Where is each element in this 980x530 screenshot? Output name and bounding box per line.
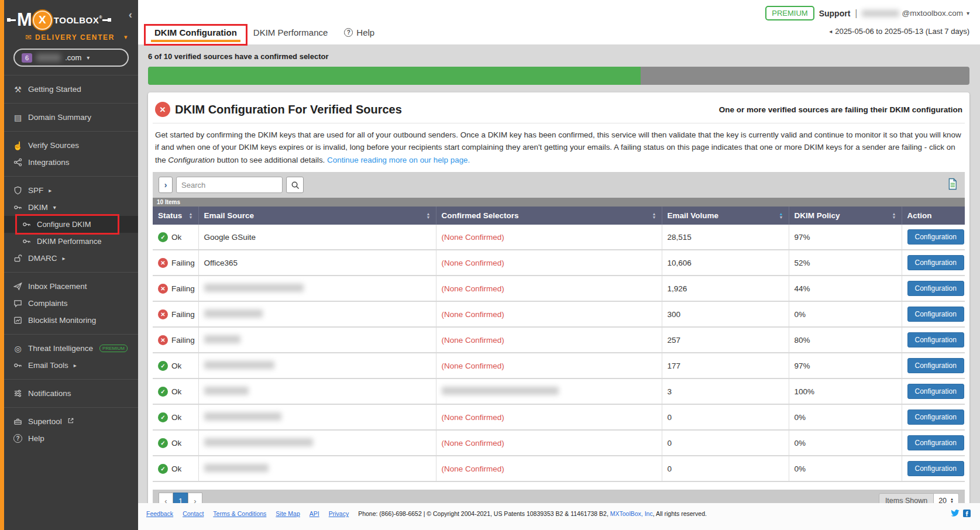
prev-page-button[interactable]: ‹ [159,493,173,503]
current-page-button[interactable]: 1 [173,493,188,503]
selector-summary: 6 of 10 verified sources have a confirme… [138,44,980,85]
sidebar-item-getting-started[interactable]: ⚒Getting Started [4,81,138,98]
status-icon: ✕ [158,309,168,319]
configuration-button[interactable]: Configuration [907,409,964,425]
panel-description: Get started by confirming the DKIM keys … [153,123,965,172]
action-cell: Configuration [902,250,965,276]
sidebar-item-verify-sources[interactable]: ☝Verify Sources [4,137,138,154]
configuration-button[interactable]: Configuration [907,307,964,322]
account-menu[interactable]: @mxtoolbox.com ▾ [862,9,969,18]
footer-link-site-map[interactable]: Site Map [276,510,300,517]
footer-link-contact[interactable]: Contact [183,510,204,517]
configuration-button[interactable]: Configuration [907,332,964,347]
status-cell: ✕Failing [153,276,198,301]
sidebar-section: Notifications [4,379,138,407]
date-back-icon[interactable]: ◂ [829,28,832,35]
sidebar-item-notifications[interactable]: Notifications [4,385,138,402]
export-csv-icon[interactable] [947,178,958,192]
sidebar-item-dkim-performance[interactable]: DKIM Performance [4,233,138,250]
help-page-link[interactable]: Continue reading more on our help page. [327,156,470,164]
confirmed-selectors-cell: (None Confirmed) [436,327,662,353]
sidebar-item-help[interactable]: ?Help [4,430,138,447]
date-range-picker[interactable]: ◂ 2025-05-06 to 2025-05-13 (Last 7 days) [765,27,969,36]
footer-link-feedback[interactable]: Feedback [146,510,173,517]
sidebar-item-configure-dkim[interactable]: Configure DKIM [4,216,138,233]
next-page-button[interactable]: › [188,493,202,503]
sidebar-item-label: Verify Sources [28,141,79,150]
tab-help[interactable]: ? Help [336,22,383,44]
confirmed-selectors-cell: (None Confirmed) [436,404,662,430]
sidebar-collapse-icon[interactable]: ‹ [129,8,132,21]
status-cell: ✕Failing [153,327,198,353]
confirmed-selectors-cell: (None Confirmed) [436,430,662,456]
email-volume-cell: 10,606 [662,250,789,276]
sidebar-item-spf[interactable]: SPF▸ [4,182,138,199]
sidebar-item-blocklist-monitoring[interactable]: Blocklist Monitoring [4,312,138,329]
search-input[interactable] [176,177,283,193]
tab-dkim-performance[interactable]: DKIM Performance [245,22,336,44]
premium-badge: PREMIUM [765,6,814,20]
sidebar-section: Inbox PlacementComplaintsBlocklist Monit… [4,272,138,334]
summary-text: 6 of 10 verified sources have a confirme… [148,52,969,61]
status-icon: ✕ [158,335,168,345]
twitter-icon[interactable] [951,509,960,519]
footer-link-terms-conditions[interactable]: Terms & Conditions [213,510,266,517]
sidebar-item-email-tools[interactable]: Email Tools▸ [4,357,138,374]
table-header-row: Status▲▼Email Source▲▼Confirmed Selector… [153,207,965,225]
expand-filters-button[interactable]: › [159,177,173,193]
configuration-button[interactable]: Configuration [907,281,964,296]
tab-dkim-configuration[interactable]: DKIM Configuration [146,22,245,44]
search-button[interactable] [286,177,304,193]
redacted-email-source [204,284,304,292]
facebook-icon[interactable] [963,509,971,519]
footer: FeedbackContactTerms & ConditionsSite Ma… [138,503,980,530]
footer-link-privacy[interactable]: Privacy [329,510,349,517]
sidebar-item-label: DKIM Performance [37,237,102,246]
column-header-action: Action [902,207,965,225]
domain-selector[interactable]: 6 .com ▾ [13,49,129,67]
sidebar-item-complaints[interactable]: Complaints [4,295,138,312]
email-volume-cell: 0 [662,404,789,430]
delivery-center-tagline[interactable]: ✉ DELIVERY CENTER ▾ [25,33,133,42]
sidebar-item-label: Supertool [28,417,62,426]
sidebar-item-dmarc[interactable]: DMARC▸ [4,250,138,267]
share-icon [13,158,23,167]
action-cell: Configuration [902,456,965,481]
configuration-button[interactable]: Configuration [907,229,964,245]
configuration-button[interactable]: Configuration [907,435,964,450]
table-row: ✓Ok (None Confirmed) 0 0% Configuration [153,404,965,430]
mxtoolbox-inc-link[interactable]: MXToolBox, Inc [610,510,653,517]
email-volume-cell: 28,515 [662,225,789,250]
footer-link-api[interactable]: API [310,510,319,517]
sidebar-item-domain-summary[interactable]: ▤Domain Summary [4,109,138,126]
items-shown-select[interactable]: 20 ▲▼ [934,493,959,503]
account-area: PREMIUM Support | @mxtoolbox.com ▾ ◂ 202… [765,6,969,36]
sidebar-item-inbox-placement[interactable]: Inbox Placement [4,278,138,295]
status-cell: ✕Failing [153,301,198,327]
table-row: ✓Ok 3 100% Configuration [153,378,965,404]
support-link[interactable]: Support [819,9,851,18]
list-icon: ▤ [13,113,23,122]
confirmed-selectors-cell: (None Confirmed) [436,456,662,481]
column-header-status[interactable]: Status▲▼ [153,207,198,225]
sidebar-item-integrations[interactable]: Integrations [4,154,138,171]
table-row: ✕Failing (None Confirmed) 300 0% Configu… [153,301,965,327]
sidebar-item-dkim[interactable]: DKIM▾ [4,199,138,216]
toolbox-icon [13,417,23,426]
sidebar-item-supertool[interactable]: Supertool [4,413,138,430]
column-header-email-source[interactable]: Email Source▲▼ [198,207,436,225]
configuration-button[interactable]: Configuration [907,461,964,476]
configuration-button[interactable]: Configuration [907,255,964,270]
column-header-email-volume[interactable]: Email Volume▲▼ [662,207,789,225]
sidebar-item-label: Threat Intelligence [28,344,93,353]
sidebar-section: SPF▸DKIM▾Configure DKIMDKIM PerformanceD… [4,176,138,272]
sidebar-item-threat-intelligence[interactable]: ◎Threat IntelligencePREMIUM [4,340,138,357]
action-cell: Configuration [902,378,965,404]
column-header-confirmed-selectors[interactable]: Confirmed Selectors▲▼ [436,207,662,225]
configuration-button[interactable]: Configuration [907,384,964,399]
column-header-dkim-policy[interactable]: DKIM Policy▲▼ [789,207,902,225]
confirmed-selectors-cell: (None Confirmed) [436,250,662,276]
redacted-email-source [204,309,263,318]
configuration-button[interactable]: Configuration [907,358,964,373]
logo-toolbox-text: TOOLBOX® [54,15,102,25]
